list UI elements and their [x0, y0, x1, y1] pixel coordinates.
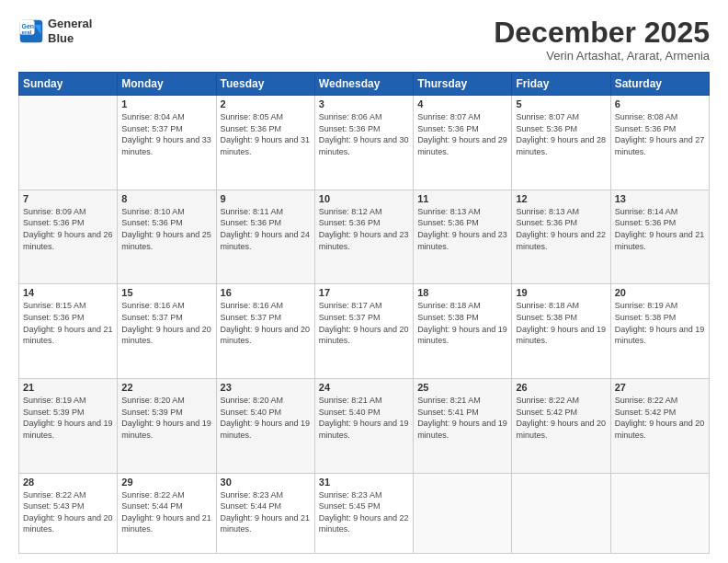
sunset-text: Sunset: 5:43 PM — [23, 501, 85, 511]
col-tuesday: Tuesday — [216, 73, 314, 96]
table-row: 14Sunrise: 8:15 AMSunset: 5:36 PMDayligh… — [19, 284, 118, 379]
day-number: 25 — [417, 382, 507, 393]
daylight-text: Daylight: 9 hours and 22 minutes. — [516, 230, 606, 251]
month-title: December 2025 — [494, 17, 710, 49]
sunset-text: Sunset: 5:36 PM — [615, 218, 677, 227]
daylight-text: Daylight: 9 hours and 19 minutes. — [221, 419, 311, 440]
sunset-text: Sunset: 5:36 PM — [221, 124, 282, 133]
daylight-text: Daylight: 9 hours and 20 minutes. — [23, 513, 113, 534]
daylight-text: Daylight: 9 hours and 19 minutes. — [417, 419, 507, 440]
daylight-text: Daylight: 9 hours and 19 minutes. — [516, 325, 606, 346]
daylight-text: Daylight: 9 hours and 20 minutes. — [121, 325, 211, 346]
sunset-text: Sunset: 5:42 PM — [516, 408, 577, 417]
table-row: 6Sunrise: 8:08 AMSunset: 5:36 PMDaylight… — [610, 96, 709, 190]
daylight-text: Daylight: 9 hours and 20 minutes. — [319, 325, 409, 346]
logo-icon: Gen eral — [18, 18, 44, 44]
table-row: 15Sunrise: 8:16 AMSunset: 5:37 PMDayligh… — [118, 284, 216, 379]
day-info: Sunrise: 8:15 AMSunset: 5:36 PMDaylight:… — [23, 300, 113, 346]
sunrise-text: Sunrise: 8:06 AM — [319, 112, 382, 121]
calendar-week-row: 14Sunrise: 8:15 AMSunset: 5:36 PMDayligh… — [19, 284, 710, 379]
calendar-week-row: 7Sunrise: 8:09 AMSunset: 5:36 PMDaylight… — [19, 190, 710, 284]
sunrise-text: Sunrise: 8:18 AM — [516, 301, 579, 310]
day-number: 14 — [23, 287, 113, 298]
day-info: Sunrise: 8:22 AMSunset: 5:43 PMDaylight:… — [23, 489, 113, 535]
day-info: Sunrise: 8:10 AMSunset: 5:36 PMDaylight:… — [121, 206, 211, 252]
sunrise-text: Sunrise: 8:21 AM — [319, 396, 382, 405]
day-info: Sunrise: 8:18 AMSunset: 5:38 PMDaylight:… — [516, 300, 606, 346]
day-number: 22 — [121, 382, 211, 393]
logo-line2: Blue — [48, 31, 92, 46]
sunrise-text: Sunrise: 8:22 AM — [615, 396, 678, 405]
daylight-text: Daylight: 9 hours and 29 minutes. — [417, 135, 507, 156]
day-info: Sunrise: 8:09 AMSunset: 5:36 PMDaylight:… — [23, 206, 113, 252]
day-number: 23 — [221, 382, 311, 393]
day-number: 4 — [417, 98, 507, 109]
daylight-text: Daylight: 9 hours and 30 minutes. — [319, 135, 409, 156]
day-info: Sunrise: 8:20 AMSunset: 5:39 PMDaylight:… — [121, 395, 211, 441]
calendar-table: Sunday Monday Tuesday Wednesday Thursday… — [18, 72, 710, 554]
sunset-text: Sunset: 5:44 PM — [121, 501, 183, 511]
table-row: 9Sunrise: 8:11 AMSunset: 5:36 PMDaylight… — [216, 190, 314, 284]
sunrise-text: Sunrise: 8:14 AM — [615, 207, 678, 216]
sunset-text: Sunset: 5:36 PM — [221, 218, 282, 227]
daylight-text: Daylight: 9 hours and 19 minutes. — [319, 419, 409, 440]
day-info: Sunrise: 8:22 AMSunset: 5:42 PMDaylight:… — [615, 395, 705, 441]
daylight-text: Daylight: 9 hours and 28 minutes. — [516, 135, 606, 156]
sunrise-text: Sunrise: 8:22 AM — [121, 490, 185, 500]
table-row: 17Sunrise: 8:17 AMSunset: 5:37 PMDayligh… — [314, 284, 413, 379]
sunset-text: Sunset: 5:41 PM — [417, 408, 479, 417]
col-saturday: Saturday — [610, 73, 709, 96]
sunrise-text: Sunrise: 8:17 AM — [319, 301, 382, 310]
header-row: Sunday Monday Tuesday Wednesday Thursday… — [19, 73, 710, 96]
sunset-text: Sunset: 5:36 PM — [516, 124, 577, 133]
day-number: 20 — [615, 287, 705, 298]
table-row: 28Sunrise: 8:22 AMSunset: 5:43 PMDayligh… — [19, 473, 118, 554]
table-row: 24Sunrise: 8:21 AMSunset: 5:40 PMDayligh… — [314, 378, 413, 473]
day-number: 2 — [221, 98, 311, 109]
logo: Gen eral General Blue — [18, 17, 92, 45]
header: Gen eral General Blue December 2025 Veri… — [18, 17, 710, 63]
sunset-text: Sunset: 5:39 PM — [121, 408, 183, 417]
table-row: 13Sunrise: 8:14 AMSunset: 5:36 PMDayligh… — [610, 190, 709, 284]
sunset-text: Sunset: 5:38 PM — [417, 313, 479, 322]
sunrise-text: Sunrise: 8:23 AM — [221, 490, 284, 500]
sunrise-text: Sunrise: 8:20 AM — [221, 396, 284, 405]
daylight-text: Daylight: 9 hours and 27 minutes. — [615, 135, 705, 156]
sunrise-text: Sunrise: 8:05 AM — [221, 112, 284, 121]
day-number: 6 — [615, 98, 705, 109]
day-number: 11 — [417, 193, 507, 204]
logo-text: General Blue — [48, 17, 92, 45]
sunrise-text: Sunrise: 8:16 AM — [221, 301, 284, 310]
day-info: Sunrise: 8:07 AMSunset: 5:36 PMDaylight:… — [417, 111, 507, 157]
day-number: 24 — [319, 382, 409, 393]
day-number: 10 — [319, 193, 409, 204]
sunset-text: Sunset: 5:39 PM — [23, 408, 85, 417]
table-row: 20Sunrise: 8:19 AMSunset: 5:38 PMDayligh… — [610, 284, 709, 379]
day-info: Sunrise: 8:21 AMSunset: 5:41 PMDaylight:… — [417, 395, 507, 441]
day-number: 7 — [23, 193, 113, 204]
table-row: 3Sunrise: 8:06 AMSunset: 5:36 PMDaylight… — [314, 96, 413, 190]
daylight-text: Daylight: 9 hours and 20 minutes. — [221, 325, 311, 346]
svg-text:eral: eral — [22, 28, 32, 34]
day-number: 9 — [221, 193, 311, 204]
title-block: December 2025 Verin Artashat, Ararat, Ar… — [494, 17, 710, 63]
day-number: 31 — [319, 477, 409, 488]
day-info: Sunrise: 8:14 AMSunset: 5:36 PMDaylight:… — [615, 206, 705, 252]
day-info: Sunrise: 8:17 AMSunset: 5:37 PMDaylight:… — [319, 300, 409, 346]
calendar-week-row: 28Sunrise: 8:22 AMSunset: 5:43 PMDayligh… — [19, 473, 710, 554]
sunrise-text: Sunrise: 8:13 AM — [516, 207, 579, 216]
sunset-text: Sunset: 5:36 PM — [417, 124, 479, 133]
table-row: 12Sunrise: 8:13 AMSunset: 5:36 PMDayligh… — [512, 190, 610, 284]
day-number: 29 — [121, 477, 211, 488]
logo-line1: General — [48, 17, 92, 31]
day-info: Sunrise: 8:08 AMSunset: 5:36 PMDaylight:… — [615, 111, 705, 157]
sunrise-text: Sunrise: 8:18 AM — [417, 301, 481, 310]
table-row: 8Sunrise: 8:10 AMSunset: 5:36 PMDaylight… — [118, 190, 216, 284]
sunset-text: Sunset: 5:37 PM — [121, 124, 183, 133]
day-number: 8 — [121, 193, 211, 204]
day-number: 27 — [615, 382, 705, 393]
daylight-text: Daylight: 9 hours and 23 minutes. — [319, 230, 409, 251]
sunrise-text: Sunrise: 8:04 AM — [121, 112, 185, 121]
location: Verin Artashat, Ararat, Armenia — [494, 49, 710, 63]
day-info: Sunrise: 8:20 AMSunset: 5:40 PMDaylight:… — [221, 395, 311, 441]
